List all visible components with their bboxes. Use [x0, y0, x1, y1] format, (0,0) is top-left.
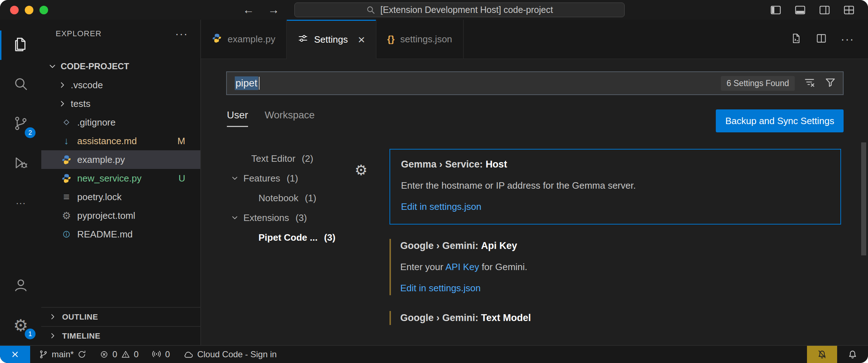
toggle-primary-sidebar-icon[interactable]: [770, 4, 782, 16]
activity-run-debug[interactable]: [0, 144, 41, 183]
more-actions-icon[interactable]: ···: [841, 33, 854, 46]
outline-section[interactable]: OUTLINE: [41, 307, 200, 326]
toc-pipet-code[interactable]: Pipet Code ... (3): [201, 228, 364, 248]
notifications-bell[interactable]: [837, 349, 868, 360]
cloud-icon: [183, 349, 193, 360]
edit-in-settings-json-link[interactable]: Edit in settings.json: [400, 283, 841, 294]
files-icon: [13, 36, 29, 54]
tree-item-example-py[interactable]: example.py: [41, 150, 200, 169]
error-count: 0: [112, 349, 117, 359]
explorer-more-actions-icon[interactable]: ···: [175, 28, 188, 40]
window-title: [Extension Development Host] code-projec…: [381, 5, 553, 15]
toggle-panel-icon[interactable]: [794, 4, 806, 16]
open-settings-json-icon[interactable]: [790, 33, 802, 46]
activity-more[interactable]: ···: [0, 183, 41, 223]
activity-source-control[interactable]: 2: [0, 104, 41, 144]
sliders-icon: [298, 33, 308, 46]
activity-explorer[interactable]: [0, 25, 41, 65]
cloud-code-signin[interactable]: Cloud Code - Sign in: [183, 349, 276, 360]
run-debug-icon: [13, 155, 29, 172]
results-count-badge: 6 Settings Found: [721, 76, 795, 91]
status-bar: main* 0 0 0 Cloud Code - Sign in: [0, 345, 868, 363]
tab-example-py[interactable]: example.py: [201, 20, 287, 58]
setting-gemma-service-host[interactable]: Gemma › Service: Host Enter the hostname…: [389, 149, 841, 225]
minimize-window-button[interactable]: [25, 6, 33, 14]
warning-count: 0: [134, 349, 139, 359]
activity-accounts[interactable]: [0, 266, 41, 306]
tree-item-new-service-py[interactable]: new_service.py U: [41, 169, 200, 188]
tree-item-readme-md[interactable]: README.md: [41, 225, 200, 244]
remote-indicator[interactable]: [0, 346, 30, 363]
toc-extensions[interactable]: Extensions (3): [201, 208, 364, 228]
chevron-right-icon: [58, 80, 67, 90]
setting-google-gemini-api-key[interactable]: Google › Gemini: Api Key Enter your API …: [389, 237, 841, 297]
branch-indicator[interactable]: main*: [39, 349, 87, 359]
ports-count: 0: [165, 349, 170, 359]
settings-editor: pipet 6 Settings Found User Workspace Ba…: [201, 59, 868, 345]
bell-icon: [847, 349, 858, 360]
close-window-button[interactable]: [10, 6, 19, 14]
setting-google-gemini-text-model[interactable]: Google › Gemini: Text Model: [389, 310, 841, 326]
zoom-window-button[interactable]: [39, 6, 48, 14]
python-icon: [212, 33, 222, 46]
scope-tab-user[interactable]: User: [227, 109, 248, 127]
toc-notebook[interactable]: Notebook (1): [201, 188, 364, 208]
setting-actions-gear-icon[interactable]: ⚙: [355, 162, 368, 178]
tree-item-assistance-md[interactable]: ↓ assistance.md M: [41, 132, 200, 150]
toggle-secondary-sidebar-icon[interactable]: [818, 4, 831, 16]
filter-icon[interactable]: [824, 76, 836, 90]
account-icon: [13, 277, 29, 295]
tree-item-vscode[interactable]: .vscode: [41, 76, 200, 94]
edit-in-settings-json-link[interactable]: Edit in settings.json: [401, 201, 830, 212]
vscode-window: ← → [Extension Development Host] code-pr…: [0, 0, 868, 363]
search-icon: [366, 5, 375, 15]
notifications-muted-indicator[interactable]: [807, 346, 837, 363]
tree-item-poetry-lock[interactable]: ≡ poetry.lock: [41, 188, 200, 206]
clear-search-icon[interactable]: [803, 76, 816, 90]
branch-name: main*: [52, 349, 74, 359]
back-icon[interactable]: ←: [243, 3, 254, 16]
toc-text-editor[interactable]: Text Editor (2): [201, 149, 364, 169]
text-caret: [259, 77, 260, 90]
scope-tab-workspace[interactable]: Workspace: [265, 109, 315, 127]
tab-settings-json[interactable]: {} settings.json: [377, 20, 464, 58]
settings-toc: Text Editor (2) Features (1) Notebook (1…: [201, 149, 364, 345]
settings-scope-tabs: User Workspace: [227, 109, 315, 127]
scm-badge: 2: [25, 127, 36, 138]
git-status-untracked: U: [178, 173, 185, 184]
python-icon: [61, 155, 72, 165]
error-icon: [99, 350, 109, 359]
ports-indicator[interactable]: 0: [151, 349, 170, 359]
search-icon: [13, 76, 29, 93]
tree-root-code-project[interactable]: CODE-PROJECT: [41, 57, 200, 76]
backup-sync-button[interactable]: Backup and Sync Settings: [716, 109, 844, 132]
forward-icon[interactable]: →: [268, 3, 279, 16]
chevron-right-icon: [48, 312, 58, 322]
activity-bar: 2 ··· ⚙ 1: [0, 20, 41, 345]
activity-search[interactable]: [0, 65, 41, 104]
api-key-link[interactable]: API Key: [445, 261, 479, 272]
tree-item-gitignore[interactable]: .gitignore: [41, 113, 200, 132]
tree-item-tests[interactable]: tests: [41, 94, 200, 113]
window-controls: [0, 6, 48, 14]
toc-features[interactable]: Features (1): [201, 169, 364, 188]
chevron-right-icon: [58, 99, 67, 108]
gear-icon: ⚙: [61, 210, 72, 222]
sync-icon: [77, 350, 87, 359]
tab-bar: example.py Settings × {} settings.json ·…: [201, 20, 868, 59]
activity-settings[interactable]: ⚙ 1: [0, 306, 41, 345]
tree-item-pyproject-toml[interactable]: ⚙ pyproject.toml: [41, 206, 200, 225]
close-icon[interactable]: ×: [358, 33, 365, 46]
settings-list: Gemma › Service: Host Enter the hostname…: [389, 149, 841, 345]
problems-indicator[interactable]: 0 0: [99, 349, 139, 359]
search-value: pipet: [235, 76, 258, 90]
tab-settings[interactable]: Settings ×: [287, 20, 377, 59]
timeline-section[interactable]: TIMELINE: [41, 326, 200, 345]
bell-slash-icon: [817, 349, 827, 360]
settings-badge: 1: [25, 329, 36, 339]
command-center[interactable]: [Extension Development Host] code-projec…: [294, 3, 625, 17]
settings-search-input[interactable]: pipet 6 Settings Found: [226, 71, 844, 95]
split-editor-icon[interactable]: [816, 33, 827, 46]
customize-layout-icon[interactable]: [843, 4, 855, 16]
editor-scrollbar[interactable]: [861, 142, 866, 255]
